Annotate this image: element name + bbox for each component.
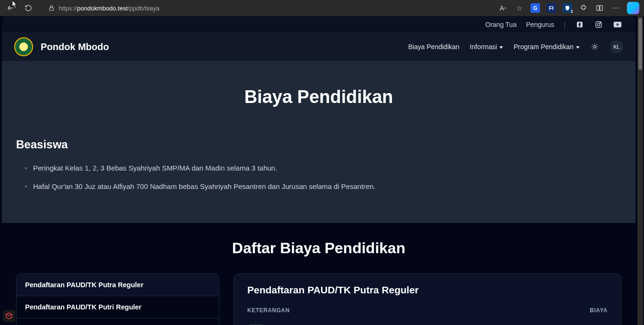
separator: | [564, 21, 566, 28]
page-scrollbar[interactable] [637, 16, 643, 325]
svg-rect-1 [597, 6, 599, 11]
sidebar-item-paud-putri[interactable]: Pendaftaran PAUD/TK Putri Reguler [17, 296, 219, 318]
col-keterangan: KETERANGAN [247, 307, 290, 314]
nav-informasi[interactable]: Informasi [470, 43, 504, 51]
svg-rect-0 [50, 8, 53, 10]
beasiswa-list: Peringkat Kelas 1, 2, 3 Bebas Syahriyah … [16, 163, 621, 192]
sidebar-item-paud-putra[interactable]: Pendaftaran PAUD/TK Putra Reguler [17, 274, 219, 296]
address-bar[interactable]: https://pondokmbodo.test/ppdb/biaya [44, 5, 463, 12]
chevron-down-icon [499, 46, 503, 49]
site-title: Pondok Mbodo [41, 42, 109, 52]
page-content: Orang Tua Pengurus | Pondok Mbodo Biaya … [0, 16, 644, 325]
favorite-icon[interactable]: ☆ [514, 3, 524, 13]
extensions-icon[interactable] [579, 3, 588, 13]
browser-actions: A» ☆ G FI 1 ⋯ [498, 2, 639, 14]
nav-program[interactable]: Program Pendidikan [513, 43, 580, 51]
refresh-button[interactable] [23, 2, 34, 14]
section-heading: Daftar Biaya Pendidikan [16, 239, 621, 257]
laravel-debugbar-icon[interactable] [3, 310, 15, 322]
main-navbar: Pondok Mbodo Biaya Pendidikan Informasi … [2, 33, 635, 61]
more-icon[interactable]: ⋯ [611, 3, 620, 13]
detail-panel: Pendaftaran PAUD/TK Putra Reguler KETERA… [234, 274, 621, 325]
nav-biaya[interactable]: Biaya Pendidikan [408, 43, 459, 51]
theme-toggle[interactable] [590, 42, 600, 51]
svg-point-5 [597, 23, 600, 26]
fi-extension-icon[interactable]: FI [547, 3, 556, 13]
sidebar-item-mi-putra[interactable]: Pendaftaran MI Putra Reguler [17, 318, 219, 325]
cursor-icon [11, 0, 18, 9]
page-title: Biaya Pendidikan [16, 87, 621, 107]
shield-extension-icon[interactable]: 1 [563, 3, 572, 13]
beasiswa-heading: Beasiswa [16, 138, 621, 151]
translate-extension-icon[interactable]: G [531, 3, 540, 13]
daftar-section: Daftar Biaya Pendidikan Pendaftaran PAUD… [2, 223, 635, 325]
copilot-icon[interactable] [627, 2, 639, 14]
browser-toolbar: https://pondokmbodo.test/ppdb/biaya A» ☆… [0, 0, 644, 16]
hero-section: Biaya Pendidikan Beasiswa Peringkat Kela… [2, 61, 635, 223]
chevron-down-icon [576, 46, 580, 49]
url-text: https://pondokmbodo.test/ppdb/biaya [59, 5, 159, 12]
link-pengurus[interactable]: Pengurus [526, 21, 554, 28]
split-screen-icon[interactable] [595, 3, 604, 13]
read-aloud-icon[interactable]: A» [498, 3, 508, 13]
link-orang-tua[interactable]: Orang Tua [485, 21, 516, 28]
utility-bar: Orang Tua Pengurus | [2, 16, 635, 33]
list-item: Hafal Qur'an 30 Juz atau Alfiyah 700 Nad… [33, 181, 621, 192]
site-logo[interactable] [14, 37, 33, 56]
youtube-icon[interactable] [613, 20, 622, 29]
list-item: Peringkat Kelas 1, 2, 3 Bebas Syahriyah … [33, 163, 621, 174]
panel-title: Pendaftaran PAUD/TK Putra Reguler [247, 284, 608, 296]
svg-point-8 [593, 45, 596, 48]
facebook-icon[interactable] [575, 20, 584, 29]
svg-rect-2 [600, 6, 602, 11]
instagram-icon[interactable] [594, 20, 603, 29]
scrollbar-thumb[interactable] [638, 18, 642, 70]
svg-point-6 [600, 22, 600, 23]
lock-icon [48, 5, 55, 11]
col-biaya: BIAYA [590, 307, 608, 314]
user-avatar[interactable]: KL [610, 40, 623, 53]
category-sidebar: Pendaftaran PAUD/TK Putra Reguler Pendaf… [16, 274, 219, 325]
